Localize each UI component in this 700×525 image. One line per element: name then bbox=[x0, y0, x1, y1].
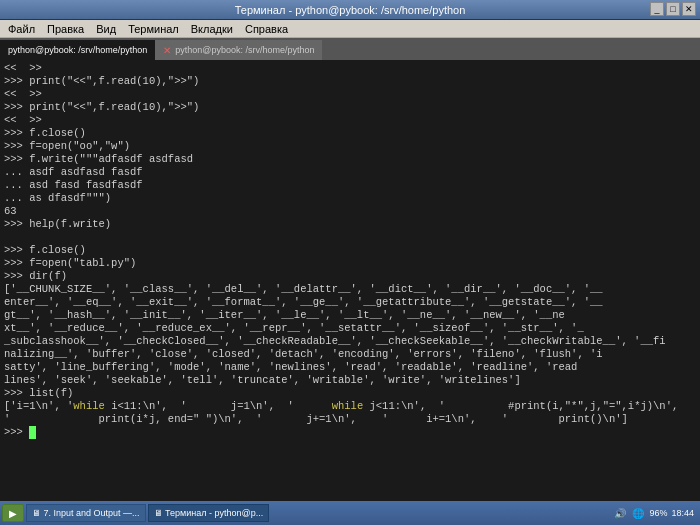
close-button[interactable]: ✕ bbox=[682, 2, 696, 16]
taskbar-item-2[interactable]: 🖥 Терминал - python@p... bbox=[148, 504, 270, 522]
tab-bar: python@pybook: /srv/home/python ✕ python… bbox=[0, 38, 700, 60]
menu-file[interactable]: Файл bbox=[2, 22, 41, 36]
start-button[interactable]: ▶ bbox=[2, 504, 24, 522]
taskbar-item-1-label: 🖥 7. Input and Output —... bbox=[32, 508, 140, 518]
taskbar-item-2-label: 🖥 Терминал - python@p... bbox=[154, 508, 264, 518]
clock: 18:44 bbox=[671, 508, 694, 518]
taskbar-system-tray: 🔊 🌐 96% 18:44 bbox=[613, 506, 698, 520]
tab-2-label: python@pybook: /srv/home/python bbox=[175, 45, 314, 55]
menu-terminal[interactable]: Терминал bbox=[122, 22, 185, 36]
title-bar-controls[interactable]: _ □ ✕ bbox=[650, 2, 696, 16]
tab-1[interactable]: python@pybook: /srv/home/python bbox=[0, 40, 155, 60]
network-icon[interactable]: 🌐 bbox=[631, 506, 645, 520]
menu-view[interactable]: Вид bbox=[90, 22, 122, 36]
title-text: Терминал - python@pybook: /srv/home/pyth… bbox=[235, 4, 466, 16]
sound-icon[interactable]: 🔊 bbox=[613, 506, 627, 520]
title-bar: Терминал - python@pybook: /srv/home/pyth… bbox=[0, 0, 700, 20]
battery-indicator: 96% bbox=[649, 508, 667, 518]
terminal-content[interactable]: << >> >>> print("<<",f.read(10),">>") <<… bbox=[0, 60, 700, 501]
tab-2-close-icon[interactable]: ✕ bbox=[163, 45, 171, 56]
taskbar-item-1[interactable]: 🖥 7. Input and Output —... bbox=[26, 504, 146, 522]
taskbar: ▶ 🖥 7. Input and Output —... 🖥 Терминал … bbox=[0, 501, 700, 525]
tab-1-label: python@pybook: /srv/home/python bbox=[8, 45, 147, 55]
tab-2[interactable]: ✕ python@pybook: /srv/home/python bbox=[155, 40, 322, 60]
menu-edit[interactable]: Правка bbox=[41, 22, 90, 36]
maximize-button[interactable]: □ bbox=[666, 2, 680, 16]
minimize-button[interactable]: _ bbox=[650, 2, 664, 16]
menu-tabs[interactable]: Вкладки bbox=[185, 22, 239, 36]
menu-help[interactable]: Справка bbox=[239, 22, 294, 36]
menu-bar: Файл Правка Вид Терминал Вкладки Справка bbox=[0, 20, 700, 38]
